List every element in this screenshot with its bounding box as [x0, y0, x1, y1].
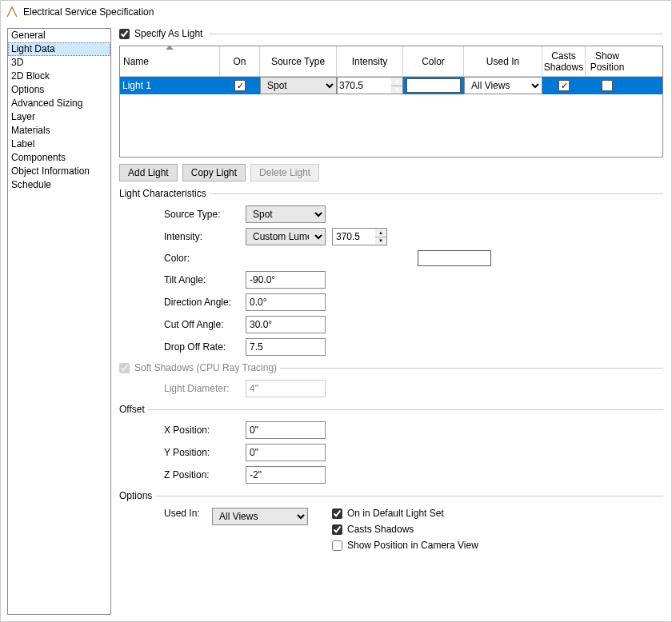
soft-shadows-input: [119, 363, 130, 373]
options-used-in-field[interactable]: All Views: [212, 508, 308, 525]
lights-grid: Name On Source Type Intensity Color Used…: [119, 46, 663, 157]
cell-source-type[interactable]: Spot: [260, 77, 337, 94]
delete-light-button: Delete Light: [250, 164, 319, 181]
z-position-field[interactable]: [246, 466, 326, 484]
cell-intensity[interactable]: ▲▼: [337, 77, 403, 94]
sidebar-item-schedule[interactable]: Schedule: [8, 178, 110, 192]
intensity-spinner[interactable]: ▲▼: [391, 77, 403, 94]
sidebar-item-options[interactable]: Options: [8, 83, 110, 97]
options-group: Options Used In: All Views On in Default…: [119, 490, 663, 551]
col-show-position[interactable]: Show Position: [586, 46, 629, 76]
electrical-spec-icon: [6, 6, 18, 18]
on-in-default-input[interactable]: [332, 508, 342, 519]
col-name[interactable]: Name: [120, 46, 220, 76]
soft-shadows-checkbox: Soft Shadows (CPU Ray Tracing): [119, 362, 277, 373]
intensity-value-spinner[interactable]: ▲▼: [375, 228, 387, 245]
col-used-in[interactable]: Used In: [464, 46, 542, 76]
copy-light-button[interactable]: Copy Light: [182, 164, 246, 181]
col-intensity[interactable]: Intensity: [337, 46, 403, 76]
sidebar-item-label[interactable]: Label: [8, 138, 110, 151]
options-used-in-label: Used In:: [164, 508, 206, 519]
grid-buttons: Add Light Copy Light Delete Light: [119, 164, 663, 181]
cut-off-angle-field[interactable]: [246, 316, 326, 333]
category-sidebar[interactable]: General Light Data 3D 2D Block Options A…: [7, 28, 111, 615]
divider: [209, 34, 663, 34]
drop-off-rate-label: Drop Off Rate:: [164, 341, 239, 353]
color-label: Color:: [164, 253, 239, 264]
specify-as-light-input[interactable]: [119, 29, 130, 39]
used-in-select[interactable]: All Views: [464, 77, 542, 94]
options-show-position-label: Show Position in Camera View: [347, 540, 478, 551]
sidebar-item-2d-block[interactable]: 2D Block: [8, 70, 110, 83]
direction-angle-field[interactable]: [246, 293, 326, 311]
grid-row[interactable]: Light 1 Spot ▲▼: [120, 77, 662, 94]
sidebar-item-3d[interactable]: 3D: [8, 56, 110, 70]
intensity-value-field[interactable]: [332, 228, 375, 245]
cell-name[interactable]: Light 1: [120, 77, 220, 94]
main-panel: Specify As Light Name On Source Type Int…: [119, 28, 665, 615]
offset-legend: Offset: [119, 404, 148, 415]
offset-group: Offset X Position: Y Position: Z Positio…: [119, 404, 663, 484]
light-characteristics-legend: Light Characteristics: [119, 188, 210, 199]
on-in-default-label: On in Default Light Set: [347, 508, 444, 519]
tilt-angle-field[interactable]: [246, 271, 326, 289]
intensity-mode-field[interactable]: Custom Lumens: [246, 228, 326, 245]
options-show-position-input[interactable]: [332, 540, 342, 551]
grid-header-row: Name On Source Type Intensity Color Used…: [120, 46, 662, 77]
tilt-angle-label: Tilt Angle:: [164, 274, 239, 285]
options-casts-shadows-label: Casts Shadows: [347, 524, 414, 535]
light-characteristics-group: Light Characteristics Source Type: Spot …: [119, 188, 663, 356]
cell-casts-shadows[interactable]: [542, 77, 586, 94]
z-position-label: Z Position:: [164, 469, 239, 480]
light-diameter-field: [246, 380, 326, 397]
x-position-field[interactable]: [246, 421, 326, 439]
on-in-default-checkbox[interactable]: On in Default Light Set: [332, 508, 478, 519]
y-position-field[interactable]: [246, 444, 326, 461]
sidebar-item-light-data[interactable]: Light Data: [8, 42, 110, 56]
cell-show-position[interactable]: [586, 77, 629, 94]
soft-shadows-label: Soft Shadows (CPU Ray Tracing): [134, 362, 277, 373]
sidebar-item-materials[interactable]: Materials: [8, 124, 110, 138]
on-checkbox[interactable]: [234, 80, 246, 91]
light-diameter-label: Light Diameter:: [164, 383, 239, 394]
source-type-label: Source Type:: [164, 209, 239, 220]
sidebar-item-general[interactable]: General: [8, 29, 110, 42]
direction-angle-label: Direction Angle:: [164, 297, 239, 308]
sidebar-item-object-information[interactable]: Object Information: [8, 165, 110, 178]
intensity-input[interactable]: [337, 77, 391, 94]
col-casts-shadows[interactable]: Casts Shadows: [542, 46, 586, 76]
dialog-title: Electrical Service Specification: [23, 6, 154, 18]
col-on[interactable]: On: [220, 46, 260, 76]
options-casts-shadows-checkbox[interactable]: Casts Shadows: [332, 524, 478, 535]
y-position-label: Y Position:: [164, 447, 239, 458]
options-show-position-checkbox[interactable]: Show Position in Camera View: [332, 540, 478, 551]
specify-as-light-checkbox[interactable]: Specify As Light: [119, 28, 202, 39]
titlebar: Electrical Service Specification: [1, 1, 671, 23]
drop-off-rate-field[interactable]: [246, 338, 326, 356]
options-legend: Options: [119, 490, 155, 501]
color-field[interactable]: [418, 250, 491, 266]
cell-on[interactable]: [220, 77, 260, 94]
cell-color[interactable]: [403, 77, 464, 94]
source-type-field[interactable]: Spot: [246, 205, 326, 223]
col-color[interactable]: Color: [403, 46, 464, 76]
cell-used-in[interactable]: All Views: [464, 77, 542, 94]
source-type-select[interactable]: Spot: [260, 77, 337, 94]
intensity-label: Intensity:: [164, 231, 239, 242]
options-casts-shadows-input[interactable]: [332, 524, 342, 535]
soft-shadows-group: Soft Shadows (CPU Ray Tracing) Light Dia…: [119, 362, 663, 397]
dialog-window: Electrical Service Specification General…: [0, 0, 672, 622]
sidebar-item-advanced-sizing[interactable]: Advanced Sizing: [8, 97, 110, 110]
casts-shadows-checkbox[interactable]: [558, 80, 570, 91]
x-position-label: X Position:: [164, 425, 239, 436]
sidebar-item-components[interactable]: Components: [8, 151, 110, 165]
sort-asc-icon: [166, 46, 174, 50]
show-position-checkbox[interactable]: [602, 80, 613, 91]
col-source-type[interactable]: Source Type: [260, 46, 337, 76]
specify-as-light-label: Specify As Light: [134, 28, 202, 39]
sidebar-item-layer[interactable]: Layer: [8, 110, 110, 124]
color-swatch[interactable]: [406, 78, 461, 93]
cut-off-angle-label: Cut Off Angle:: [164, 319, 239, 330]
add-light-button[interactable]: Add Light: [119, 164, 178, 181]
